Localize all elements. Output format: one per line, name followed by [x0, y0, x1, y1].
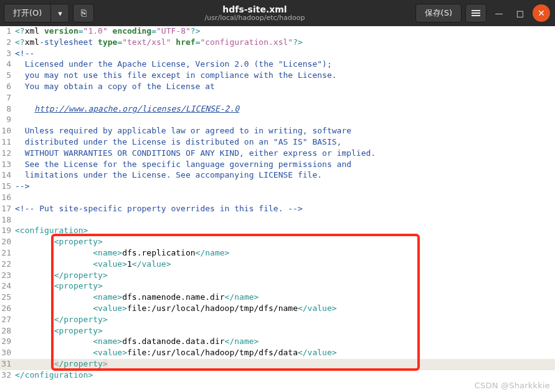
line-number: 20 — [0, 237, 14, 248]
code-content: Licensed under the Apache License, Versi… — [14, 59, 332, 70]
line-number: 15 — [0, 181, 14, 193]
line-number: 13 — [0, 160, 14, 171]
code-content: <?xml version="1.0" encoding="UTF-8"?> — [14, 26, 200, 37]
code-line[interactable]: 26 <value>file:/usr/local/hadoop/tmp/dfs… — [0, 304, 555, 315]
code-content: <property> — [14, 281, 103, 292]
titlebar: 打开(O) ▾ ⎘ hdfs-site.xml /usr/local/hadoo… — [0, 0, 555, 26]
maximize-icon: □ — [516, 9, 524, 18]
code-content: Unless required by applicable law or agr… — [14, 126, 351, 137]
maximize-button[interactable]: □ — [511, 4, 529, 22]
line-number: 22 — [0, 259, 14, 270]
code-line[interactable]: 5 you may not use this file except in co… — [0, 70, 555, 82]
file-name: hdfs-site.xml — [94, 4, 415, 14]
code-line[interactable]: 30 <value>file:/usr/local/hadoop/tmp/dfs… — [0, 348, 555, 359]
code-content: you may not use this file except in comp… — [14, 70, 337, 82]
title-center: hdfs-site.xml /usr/local/hadoop/etc/hado… — [94, 4, 415, 22]
editor-area[interactable]: 1<?xml version="1.0" encoding="UTF-8"?>2… — [0, 26, 555, 392]
code-line[interactable]: 28 <property> — [0, 326, 555, 337]
line-number: 5 — [0, 70, 14, 82]
minimize-icon: — — [495, 9, 503, 18]
code-line[interactable]: 15--> — [0, 181, 555, 193]
line-number: 26 — [0, 304, 14, 315]
code-line[interactable]: 27 </property> — [0, 315, 555, 326]
code-line[interactable]: 13 See the License for the specific lang… — [0, 160, 555, 171]
minimize-button[interactable]: — — [490, 4, 508, 22]
code-content: <configuration> — [14, 226, 88, 237]
watermark: CSDN @Sharkkkie — [475, 381, 550, 390]
code-line[interactable]: 18 — [0, 215, 555, 226]
code-line[interactable]: 12 WITHOUT WARRANTIES OR CONDITIONS OF A… — [0, 148, 555, 160]
code-line[interactable]: 21 <name>dfs.replication</name> — [0, 248, 555, 259]
line-number: 6 — [0, 82, 14, 93]
code-line[interactable]: 31 </property> — [0, 359, 555, 370]
code-content: <name>dfs.replication</name> — [14, 248, 229, 259]
right-controls: 保存(S) — □ ✕ — [415, 4, 550, 22]
line-number: 23 — [0, 270, 14, 282]
code-content — [14, 193, 15, 204]
code-line[interactable]: 8 http://www.apache.org/licenses/LICENSE… — [0, 104, 555, 115]
code-content: --> — [14, 181, 29, 193]
close-button[interactable]: ✕ — [533, 4, 550, 22]
line-number: 21 — [0, 248, 14, 259]
hamburger-menu-button[interactable] — [465, 4, 486, 22]
code-line[interactable]: 23 </property> — [0, 270, 555, 282]
code-line[interactable]: 3<!-- — [0, 49, 555, 60]
code-line[interactable]: 6 You may obtain a copy of the License a… — [0, 82, 555, 93]
code-line[interactable]: 10 Unless required by applicable law or … — [0, 126, 555, 137]
line-number: 28 — [0, 326, 14, 337]
code-content: See the License for the specific languag… — [14, 160, 351, 171]
code-content: <value>file:/usr/local/hadoop/tmp/dfs/na… — [14, 304, 337, 315]
code-content: WITHOUT WARRANTIES OR CONDITIONS OF ANY … — [14, 148, 376, 160]
new-tab-icon: ⎘ — [81, 7, 87, 19]
code-line[interactable]: 19<configuration> — [0, 226, 555, 237]
line-number: 7 — [0, 93, 14, 104]
line-number: 1 — [0, 26, 14, 37]
save-button[interactable]: 保存(S) — [415, 4, 462, 22]
new-tab-button[interactable]: ⎘ — [73, 4, 94, 22]
code-line[interactable]: 2<?xml-stylesheet type="text/xsl" href="… — [0, 37, 555, 49]
code-content: </property> — [14, 270, 108, 282]
code-line[interactable]: 11 distributed under the License is dist… — [0, 137, 555, 148]
code-content: http://www.apache.org/licenses/LICENSE-2… — [14, 104, 239, 115]
line-number: 30 — [0, 348, 14, 359]
hamburger-icon — [472, 9, 480, 17]
open-dropdown-button[interactable]: ▾ — [50, 4, 69, 22]
code-line[interactable]: 7 — [0, 93, 555, 104]
code-line[interactable]: 22 <value>1</value> — [0, 259, 555, 270]
code-line[interactable]: 29 <name>dfs.datanode.data.dir</name> — [0, 337, 555, 348]
code-content — [14, 215, 15, 226]
code-content: <!-- Put site-specific property override… — [14, 204, 303, 215]
code-line[interactable]: 14 limitations under the License. See ac… — [0, 170, 555, 181]
line-number: 32 — [0, 370, 14, 381]
line-number: 29 — [0, 337, 14, 348]
line-number: 27 — [0, 315, 14, 326]
code-content: <value>file:/usr/local/hadoop/tmp/dfs/da… — [14, 348, 337, 359]
line-number: 11 — [0, 137, 14, 148]
line-number: 12 — [0, 148, 14, 160]
code-line[interactable]: 20 <property> — [0, 237, 555, 248]
code-line[interactable]: 24 <property> — [0, 281, 555, 292]
line-number: 18 — [0, 215, 14, 226]
code-line[interactable]: 1<?xml version="1.0" encoding="UTF-8"?> — [0, 26, 555, 37]
code-line[interactable]: 16 — [0, 193, 555, 204]
code-content: <name>dfs.datanode.data.dir</name> — [14, 337, 259, 348]
code-content: <property> — [14, 326, 103, 337]
open-button-group: 打开(O) ▾ — [4, 4, 69, 22]
close-icon: ✕ — [538, 8, 545, 18]
line-number: 9 — [0, 115, 14, 126]
line-number: 10 — [0, 126, 14, 137]
open-button-label: 打开(O) — [13, 7, 42, 19]
code-line[interactable]: 32</configuration> — [0, 370, 555, 381]
code-line[interactable]: 4 Licensed under the Apache License, Ver… — [0, 59, 555, 70]
file-path: /usr/local/hadoop/etc/hadoop — [94, 14, 415, 22]
code-line[interactable]: 9 — [0, 115, 555, 126]
code-content: You may obtain a copy of the License at — [14, 82, 215, 93]
line-number: 31 — [0, 359, 14, 370]
line-number: 17 — [0, 204, 14, 215]
line-number: 25 — [0, 292, 14, 304]
code-content: </configuration> — [14, 370, 93, 381]
code-line[interactable]: 25 <name>dfs.namenode.name.dir</name> — [0, 292, 555, 304]
open-button[interactable]: 打开(O) — [4, 4, 50, 22]
code-line[interactable]: 17<!-- Put site-specific property overri… — [0, 204, 555, 215]
code-content: <property> — [14, 237, 103, 248]
